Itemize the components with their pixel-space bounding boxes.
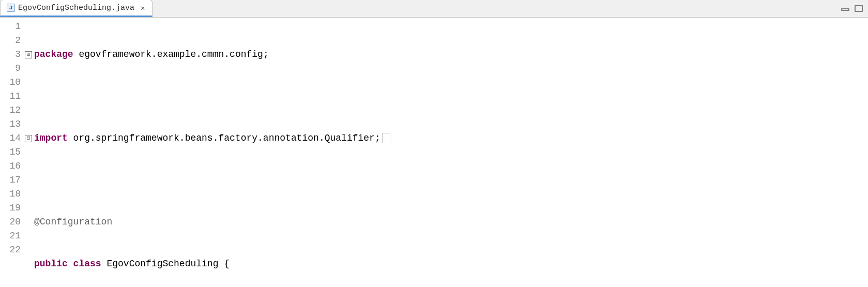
- line-number: 12: [0, 103, 24, 117]
- tabs-container: J EgovConfigScheduling.java ✕: [0, 0, 153, 17]
- line-number: 15: [0, 145, 24, 159]
- line-number: 18: [0, 187, 24, 201]
- line-number: 22: [0, 243, 24, 257]
- tab-bar: J EgovConfigScheduling.java ✕: [0, 0, 868, 18]
- line-number: 3⊞: [0, 48, 24, 62]
- line-number: 2: [0, 34, 24, 48]
- line-number: 10: [0, 75, 24, 89]
- line-number-gutter: 1 2 3⊞ 9 10 11 12 13 14⊟ 15 16 17 18 19 …: [0, 18, 24, 287]
- line-number: 20: [0, 215, 24, 229]
- line-number: 11: [0, 89, 24, 103]
- line-number: 19: [0, 201, 24, 215]
- code-line: package egovframework.example.cmmn.confi…: [34, 48, 868, 62]
- line-number: 1: [0, 20, 24, 34]
- fold-collapse-icon[interactable]: ⊟: [25, 135, 32, 142]
- tab-label: EgovConfigScheduling.java: [18, 4, 134, 12]
- editor-area: 1 2 3⊞ 9 10 11 12 13 14⊟ 15 16 17 18 19 …: [0, 18, 868, 287]
- line-number: 21: [0, 229, 24, 243]
- maximize-icon[interactable]: [855, 5, 864, 12]
- editor-tab[interactable]: J EgovConfigScheduling.java ✕: [0, 0, 153, 17]
- fold-expand-icon[interactable]: ⊞: [25, 51, 32, 58]
- code-line: public class EgovConfigScheduling {: [34, 257, 868, 271]
- toolbar-right: [841, 5, 868, 12]
- line-number: 9: [0, 62, 24, 75]
- svg-rect-1: [855, 6, 862, 11]
- line-number: 16: [0, 159, 24, 173]
- code-line: @Configuration: [34, 215, 868, 229]
- collapsed-imports-icon[interactable]: [382, 133, 390, 143]
- line-number: 13: [0, 117, 24, 131]
- code-line: [34, 89, 868, 103]
- code-line: import org.springframework.beans.factory…: [34, 131, 868, 145]
- code-line: [34, 173, 868, 187]
- line-number: 17: [0, 173, 24, 187]
- close-icon[interactable]: ✕: [140, 4, 146, 12]
- line-number: 14⊟: [0, 131, 24, 145]
- code-area[interactable]: package egovframework.example.cmmn.confi…: [24, 18, 868, 287]
- java-file-icon: J: [7, 4, 15, 12]
- minimize-icon[interactable]: [841, 5, 850, 12]
- svg-rect-0: [842, 9, 849, 10]
